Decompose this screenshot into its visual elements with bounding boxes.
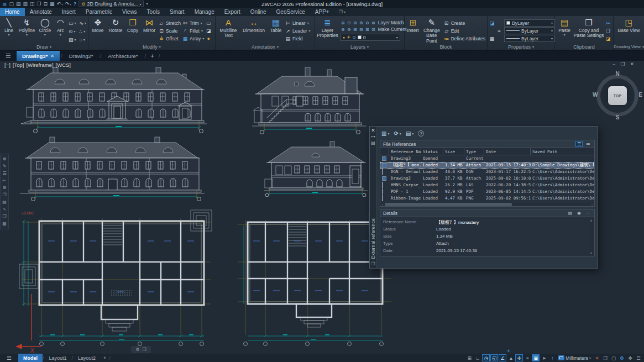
array-button[interactable]: ▦Array▾ <box>182 35 204 42</box>
command-expand-icon[interactable]: ▴ <box>507 348 510 353</box>
attach-dwg-button[interactable]: ▥▾ <box>381 130 389 137</box>
menu-tab-tools[interactable]: Tools <box>142 8 165 16</box>
selection-filter-button[interactable]: ▢ <box>610 354 617 361</box>
layout1-tab[interactable]: Layout1 <box>44 354 71 362</box>
layer-lock-button[interactable]: ⊘ <box>365 20 370 25</box>
match-properties-button[interactable]: ▭ <box>206 19 211 27</box>
view-cube-north[interactable]: N <box>593 71 642 77</box>
preview-button[interactable]: ▦ <box>50 0 55 8</box>
side-layers-icon[interactable]: ≣ <box>3 156 7 162</box>
menu-tab-home[interactable]: Home <box>0 8 25 16</box>
grid-toggle[interactable]: ⊞ <box>465 354 473 361</box>
side-grid-icon[interactable]: ⊞ <box>3 185 7 191</box>
doc-tab-drawing3[interactable]: Drawing3*✕ <box>17 51 60 61</box>
menu-tab-app-plus[interactable]: APP+ <box>310 8 334 16</box>
menu-tab-manage[interactable]: Manage <box>190 8 219 16</box>
layout2-tab[interactable]: Layout2 <box>73 354 101 362</box>
collapse-details-icon[interactable]: − <box>584 210 591 216</box>
status-menu-button[interactable]: ☰ <box>0 355 18 361</box>
viewport-minimize-control[interactable]: [−] <box>4 62 11 68</box>
scroll-left-icon[interactable]: ‹ <box>380 203 385 206</box>
scroll-up-icon[interactable]: ∧ <box>590 218 592 222</box>
restore-icon[interactable]: ❐ <box>620 61 625 67</box>
ortho-toggle[interactable]: ∟ <box>474 354 481 361</box>
layer-thaw-button[interactable]: ⊖ <box>347 27 352 32</box>
units-dropdown[interactable]: Millimeters▾ <box>558 355 591 361</box>
redo-button[interactable]: ↷▾ <box>65 0 71 8</box>
trim-button[interactable]: ✄Trim▾ <box>182 19 204 27</box>
change-path-button[interactable]: ▤▾ <box>406 130 413 137</box>
spline-button[interactable]: ∿▾ <box>79 19 86 27</box>
insert-button[interactable]: ⊞Insert <box>406 17 420 44</box>
xref-row-drawing3[interactable]: Drawing3OpenedCurrent <box>380 155 594 162</box>
save-as-button[interactable]: ◫ <box>30 0 35 8</box>
rotate-button[interactable]: ↻Rotate <box>107 17 124 43</box>
col-type[interactable]: Type <box>464 148 484 155</box>
status-customize-button[interactable]: ☰ <box>635 354 642 361</box>
fullscreen-button[interactable]: ✥ <box>626 354 634 361</box>
lineweight-dropdown[interactable]: ByLayer▾ <box>504 27 555 34</box>
xref-table-header[interactable]: Reference Name Status Size Type Date Sav… <box>380 148 594 155</box>
linetype-tool-button[interactable]: ▦ <box>489 35 502 42</box>
copy-button[interactable]: ❐ <box>36 0 41 8</box>
lineweight-tool-button[interactable]: ≡ <box>489 27 502 34</box>
scroll-right-icon[interactable]: › <box>590 203 594 206</box>
panel-label-block[interactable]: Block <box>405 44 487 50</box>
pin-icon[interactable]: ⊶ <box>371 134 375 140</box>
xref-row-png[interactable]: Ribbon-ImageLoaded4.47 KBPNG2025-09-02 0… <box>380 195 594 202</box>
color-tool-button[interactable]: ◪ <box>489 19 502 27</box>
field-button[interactable]: ▤Field <box>285 35 310 42</box>
doc-tab-drawing2[interactable]: Drawing2* <box>64 51 99 61</box>
qat-customize-button[interactable]: ▾ <box>146 0 148 8</box>
view-cube-south[interactable]: S <box>593 114 642 120</box>
xref-row-las[interactable]: HMNS_Corpse_...Loaded26.2 MBLAS2022-06-2… <box>380 182 594 188</box>
mirror-button[interactable]: ⋈Mirror <box>142 17 157 43</box>
menu-tab-online[interactable]: Online <box>245 8 271 16</box>
doc-tab-architecture[interactable]: Architecture* <box>102 51 143 61</box>
col-status[interactable]: Status <box>421 148 443 155</box>
close-palette-icon[interactable]: ✕ <box>371 128 375 134</box>
vertical-scrollbar[interactable]: ∧ ∨ <box>589 218 594 255</box>
create-block-button[interactable]: ⊡Create <box>444 19 485 27</box>
layer-dropdown[interactable]: ● ☀ ⊙ 0 ▾ <box>341 34 400 41</box>
doc-menu-button[interactable]: ☰ <box>0 53 17 60</box>
otrack-toggle[interactable]: ∠ <box>499 354 506 361</box>
stretch-button[interactable]: ▱Stretch <box>159 19 181 27</box>
palette-properties-icon[interactable]: ▤ <box>371 140 375 146</box>
model-tab[interactable]: Model <box>18 354 43 362</box>
new-layout-button[interactable]: + <box>101 355 109 361</box>
copy-button-ribbon[interactable]: ❐Copy <box>125 17 140 43</box>
layer-walk-button[interactable]: ⊕ <box>341 27 345 32</box>
layer-off-button[interactable]: ⊝ <box>347 20 352 25</box>
viewport-visual-style-control[interactable]: [Wireframe] <box>26 62 53 68</box>
col-saved-path[interactable]: Saved Path <box>531 148 594 155</box>
copy-mode-button[interactable]: ❐ <box>601 354 609 361</box>
layer-freeze-button[interactable]: ⊚ <box>359 20 364 25</box>
side-spline-icon[interactable]: ∿ <box>3 207 7 212</box>
side-copy-icon[interactable]: ❐ <box>2 192 6 198</box>
layer-states-button[interactable]: ⊡ <box>371 27 376 32</box>
define-attributes-button[interactable]: ≔Define Attributes <box>444 35 485 42</box>
layer-on-button[interactable]: ⊜ <box>341 20 345 25</box>
menu-tab-geoservice[interactable]: GeoService <box>271 8 310 16</box>
horizontal-scrollbar[interactable]: ‹ › <box>380 202 594 206</box>
copy-and-paste-settings-button[interactable]: ❐Copy and Paste Settings <box>573 17 604 43</box>
settings-gear-button[interactable]: ⚙ <box>618 354 626 361</box>
view-cube-top-face[interactable]: TOP <box>608 86 627 105</box>
rectangle-button[interactable]: ▭▾ <box>69 19 76 27</box>
refresh-button[interactable]: ⟳▾ <box>394 130 401 137</box>
erase-button[interactable]: ◪ <box>206 27 211 34</box>
linear-button[interactable]: ⊢Linear▾ <box>285 19 310 27</box>
polar-toggle[interactable]: ◷ <box>482 354 490 361</box>
lineweight-toggle[interactable]: ≡ <box>523 354 531 361</box>
hatch-button[interactable]: ▨▾ <box>69 36 76 43</box>
fillet-button[interactable]: ◜Fillet▾ <box>182 27 204 34</box>
region-button[interactable]: ◌▾ <box>79 36 86 43</box>
layer-match-button[interactable]: Layer Match <box>378 20 404 25</box>
help-button[interactable]: ? <box>74 0 77 8</box>
side-sheet-icon[interactable]: ▤ <box>2 200 7 205</box>
arc-button[interactable]: ◠Arc▾ <box>54 17 67 43</box>
menu-tab-insert[interactable]: Insert <box>57 8 81 16</box>
panel-label-clipboard[interactable]: Clipboard <box>555 43 613 50</box>
side-image-icon[interactable]: ▦ <box>2 221 7 227</box>
